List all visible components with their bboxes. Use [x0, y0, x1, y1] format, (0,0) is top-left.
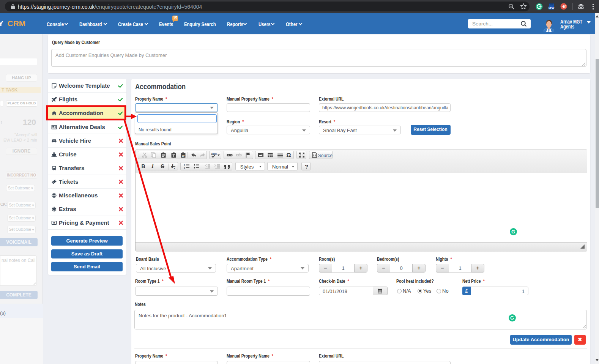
svg-text:ABC: ABC [211, 153, 217, 155]
svg-text:2: 2 [184, 167, 185, 169]
svg-text:NEW: NEW [549, 7, 555, 9]
svg-text:W: W [182, 154, 185, 158]
svg-text:1: 1 [184, 164, 185, 166]
